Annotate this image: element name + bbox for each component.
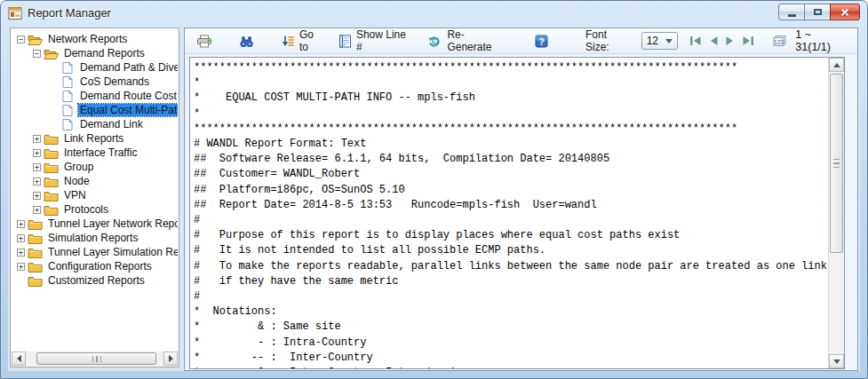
tree: − Network Reports − Demand Reports bbox=[12, 29, 178, 351]
last-page-button[interactable] bbox=[742, 36, 754, 46]
scroll-left-button[interactable] bbox=[12, 351, 26, 366]
scrollbar-thumb[interactable] bbox=[36, 352, 156, 365]
report-tree-panel: − Network Reports − Demand Reports bbox=[10, 28, 179, 367]
report-viewer: ****************************************… bbox=[189, 57, 845, 369]
page-count-icon: 123 bbox=[772, 35, 787, 48]
tree-expander-icon[interactable]: + bbox=[33, 192, 41, 200]
tree-expander-icon[interactable]: + bbox=[33, 149, 41, 157]
tree-item[interactable]: + VPN bbox=[12, 188, 178, 202]
tree-expander-icon[interactable]: + bbox=[17, 234, 25, 242]
tree-item-label[interactable]: Protocols bbox=[62, 203, 110, 216]
tree-expander-icon[interactable]: − bbox=[33, 50, 41, 58]
tree-item-label[interactable]: Link Reports bbox=[62, 132, 125, 145]
print-button[interactable] bbox=[194, 33, 215, 50]
font-size-label: Font Size: bbox=[585, 28, 633, 53]
close-button[interactable] bbox=[830, 4, 860, 20]
scroll-up-button[interactable] bbox=[829, 58, 844, 72]
scroll-down-icon bbox=[833, 359, 840, 364]
tree-item[interactable]: Demand Path & Diversi bbox=[12, 60, 178, 75]
folder-icon bbox=[28, 247, 43, 258]
tree-item-label[interactable]: Interface Traffic bbox=[62, 146, 139, 159]
scroll-right-button[interactable] bbox=[163, 351, 178, 366]
tree-item-label[interactable]: Tunnel Layer Network Reports bbox=[46, 217, 178, 230]
scroll-left-icon bbox=[17, 355, 21, 362]
show-line-number-button[interactable]: Show Line # bbox=[336, 27, 417, 55]
tree-item[interactable]: + Link Reports bbox=[12, 131, 178, 146]
folder-icon bbox=[28, 218, 43, 230]
tree-item-label[interactable]: Demand Route Cost bbox=[78, 90, 178, 102]
folder-open-icon bbox=[28, 34, 43, 45]
tree-item-label[interactable]: Demand Path & Diversi bbox=[78, 61, 178, 74]
folder-icon bbox=[28, 233, 43, 244]
toolbar: Go to Show Line # Re-Generate bbox=[185, 28, 857, 54]
window-title: Report Manager bbox=[28, 6, 111, 20]
tree-item[interactable]: + Interface Traffic bbox=[12, 146, 178, 160]
tree-item[interactable]: + Tunnel Layer Network Reports bbox=[12, 217, 178, 231]
tree-item[interactable]: + Simulation Reports bbox=[12, 231, 178, 245]
tree-item[interactable]: + Protocols bbox=[12, 202, 178, 217]
font-size-value: 12 bbox=[647, 35, 666, 47]
tree-item[interactable]: Demand Route Cost bbox=[12, 89, 178, 103]
help-icon: ? bbox=[535, 35, 548, 48]
tree-item[interactable]: + Node bbox=[12, 174, 178, 188]
tree-item-label[interactable]: Tunnel Layer Simulation Report bbox=[46, 246, 178, 258]
help-button[interactable]: ? bbox=[532, 33, 551, 50]
tree-item[interactable]: − Network Reports bbox=[12, 32, 178, 46]
tree-item[interactable]: Equal Cost Multi-Path bbox=[12, 103, 178, 117]
tree-horizontal-scrollbar[interactable] bbox=[12, 351, 178, 366]
tree-expander-icon[interactable]: + bbox=[17, 249, 25, 257]
tree-expander-icon[interactable]: + bbox=[33, 178, 41, 186]
scroll-down-button[interactable] bbox=[829, 354, 844, 368]
close-icon bbox=[840, 7, 850, 18]
document-icon bbox=[60, 91, 75, 102]
print-icon bbox=[196, 35, 212, 48]
tree-expander-icon[interactable]: + bbox=[17, 220, 25, 228]
tree-item-label[interactable]: Equal Cost Multi-Path bbox=[78, 104, 178, 116]
tree-item-label[interactable]: Simulation Reports bbox=[46, 232, 139, 244]
tree-expander-icon[interactable]: + bbox=[33, 206, 41, 214]
tree-item-label[interactable]: Node bbox=[62, 175, 92, 187]
previous-page-button[interactable] bbox=[708, 36, 719, 46]
tree-item[interactable]: Customized Reports bbox=[12, 273, 178, 288]
viewer-vertical-scrollbar[interactable] bbox=[828, 58, 844, 368]
tree-item-label[interactable]: Network Reports bbox=[46, 33, 129, 45]
tree-item[interactable]: − Demand Reports bbox=[12, 46, 178, 60]
next-page-button[interactable] bbox=[725, 36, 736, 46]
scrollbar-track[interactable] bbox=[26, 351, 163, 366]
tree-item-label[interactable]: CoS Demands bbox=[78, 75, 151, 88]
show-line-numbers-icon bbox=[338, 35, 352, 48]
report-text[interactable]: ****************************************… bbox=[190, 58, 844, 369]
regenerate-button[interactable]: Re-Generate bbox=[425, 27, 511, 55]
scrollbar-grip bbox=[833, 159, 840, 168]
goto-line-icon bbox=[281, 35, 295, 48]
tree-item-label[interactable]: Customized Reports bbox=[46, 274, 147, 287]
tree-item-label[interactable]: Demand Reports bbox=[62, 47, 147, 59]
title-bar[interactable]: Report Manager bbox=[1, 1, 867, 25]
show-line-number-label: Show Line # bbox=[356, 28, 414, 53]
document-icon bbox=[60, 62, 75, 74]
svg-text:123: 123 bbox=[774, 38, 784, 44]
tree-item[interactable]: CoS Demands bbox=[12, 75, 178, 89]
tree-expander-icon[interactable]: − bbox=[17, 36, 25, 43]
font-size-select[interactable]: 12 bbox=[641, 32, 679, 50]
goto-button[interactable]: Go to bbox=[278, 27, 328, 55]
tree-item[interactable]: + Group bbox=[12, 160, 178, 174]
tree-item[interactable]: Demand Link bbox=[12, 117, 178, 131]
maximize-button[interactable] bbox=[804, 4, 831, 20]
folder-icon bbox=[44, 190, 59, 201]
first-page-button[interactable] bbox=[689, 36, 702, 46]
tree-item-label[interactable]: Group bbox=[62, 161, 95, 173]
tree-item[interactable]: + Tunnel Layer Simulation Report bbox=[12, 245, 178, 259]
regenerate-icon bbox=[427, 35, 442, 48]
tree-item[interactable]: + Configuration Reports bbox=[12, 259, 178, 273]
scrollbar-thumb[interactable] bbox=[830, 74, 843, 253]
find-button[interactable] bbox=[236, 33, 257, 50]
tree-expander-icon[interactable]: + bbox=[33, 135, 41, 143]
tree-item-label[interactable]: Demand Link bbox=[78, 118, 145, 130]
tree-expander-icon[interactable]: + bbox=[33, 163, 41, 171]
tree-item-label[interactable]: Configuration Reports bbox=[46, 260, 154, 272]
minimize-button[interactable] bbox=[778, 4, 805, 20]
tree-item-label[interactable]: VPN bbox=[62, 189, 88, 201]
chevron-down-icon bbox=[665, 39, 673, 43]
tree-expander-icon[interactable]: + bbox=[17, 263, 25, 271]
